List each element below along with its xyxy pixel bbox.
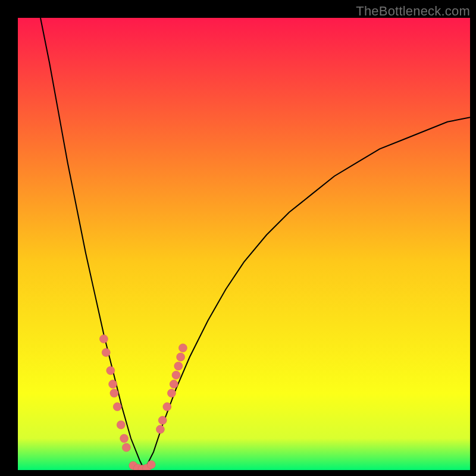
watermark-text: TheBottleneck.com	[356, 4, 470, 19]
data-point	[177, 353, 185, 361]
data-point	[147, 461, 155, 469]
data-point	[122, 443, 130, 452]
data-point	[178, 344, 187, 352]
data-point	[120, 434, 129, 443]
data-point	[113, 403, 121, 411]
gradient-background	[18, 18, 470, 470]
data-point	[172, 371, 180, 379]
data-point	[110, 389, 118, 397]
data-point	[156, 425, 164, 434]
data-point	[163, 403, 171, 411]
data-point	[109, 380, 117, 389]
data-point	[174, 362, 183, 370]
data-point	[167, 389, 176, 397]
data-point	[99, 335, 108, 343]
data-point	[117, 421, 125, 429]
chart-frame: TheBottleneck.com	[0, 0, 476, 476]
data-point	[107, 367, 115, 375]
chart-svg	[18, 18, 470, 470]
data-point	[102, 348, 110, 356]
plot-area	[18, 18, 470, 470]
data-point	[170, 380, 178, 389]
data-point	[158, 416, 167, 424]
